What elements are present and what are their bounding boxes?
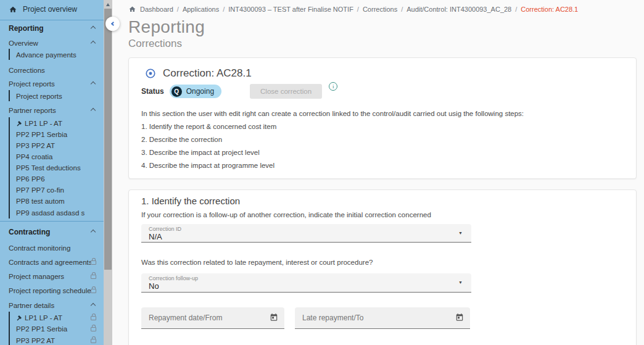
breadcrumb-item[interactable]: Corrections (363, 6, 397, 13)
sidebar-scrollbar[interactable] (104, 0, 112, 345)
field-value: N/A (149, 232, 162, 241)
sidebar-item-lp1[interactable]: LP1 LP - AT (16, 118, 99, 128)
sidebar-item-reporting-schedule[interactable]: Project reporting schedule (9, 286, 99, 296)
instructions-step: 2. Describe the correction (141, 136, 624, 143)
sidebar-item-details-lp1[interactable]: LP1 LP - AT (16, 313, 99, 323)
breadcrumb: Dashboard/ Applications/ INT4300093 – TE… (128, 6, 578, 13)
chevron-left-icon (111, 22, 115, 26)
status-row: Status Q Ongoing Close correction i (141, 84, 337, 99)
correction-status-card: Correction: AC28.1 Status Q Ongoing Clos… (128, 57, 637, 179)
page-subtitle: Corrections (128, 38, 182, 50)
lock-icon (91, 327, 96, 331)
breadcrumb-current: Correction: AC28.1 (521, 6, 578, 13)
lock-icon (91, 316, 96, 320)
close-correction-button[interactable]: Close correction (250, 84, 322, 99)
chevron-down-icon: ▼ (458, 231, 463, 235)
main-content: Dashboard/ Applications/ INT4300093 – TE… (112, 0, 644, 345)
sidebar-item-pp3[interactable]: PP3 PP2 AT (16, 141, 99, 151)
chevron-up-icon (91, 303, 96, 308)
sidebar: Project overview Reporting Overview Adva… (0, 0, 104, 345)
sidebar-item-project-managers[interactable]: Project managers (9, 272, 99, 281)
sidebar-item-project-reports[interactable]: Project reports (16, 91, 99, 101)
breadcrumb-item[interactable]: Dashboard (140, 6, 173, 13)
sidebar-item-partner-details-group[interactable]: Partner details (9, 301, 99, 310)
info-icon[interactable]: i (329, 82, 337, 91)
lock-icon (91, 289, 96, 293)
sidebar-item-overview[interactable]: Overview (9, 38, 99, 48)
input-placeholder: Late repayment/To (302, 314, 363, 322)
correction-id-select[interactable]: Correction ID N/A ▼ (141, 224, 471, 243)
sidebar-item-pp4[interactable]: PP4 croatia (16, 152, 99, 162)
scrollbar-up-icon[interactable] (104, 0, 112, 9)
divider (0, 221, 104, 222)
chevron-down-icon: ▼ (458, 280, 463, 285)
chevron-up-icon (91, 230, 96, 235)
status-badge: Q Ongoing (170, 85, 221, 98)
identify-correction-card: 1. Identify the correction If your corre… (128, 189, 637, 345)
instructions-step: 4. Describe the impact at programme leve… (141, 162, 624, 169)
status-value: Ongoing (186, 87, 214, 96)
sidebar-item-advance-payments[interactable]: Advance payments (16, 50, 99, 60)
instructions-intro: In this section the user with edit right… (141, 110, 624, 117)
chevron-up-icon (91, 26, 96, 31)
group-indicator-bar (9, 117, 10, 218)
group-indicator-bar (9, 90, 10, 101)
breadcrumb-item[interactable]: INT4300093 – TEST after Finalise NOTIF (228, 6, 353, 13)
sidebar-item-partner-reports-group[interactable]: Partner reports (9, 106, 99, 115)
divider (0, 20, 104, 20)
lock-icon (91, 260, 96, 265)
sidebar-item-pp5[interactable]: PP5 Test deductions (16, 163, 99, 173)
sidebar-home-label: Project overview (23, 5, 77, 14)
late-repayment-to-input[interactable]: Late repayment/To (295, 307, 470, 329)
sidebar-item-pp8[interactable]: PP8 test autom (16, 196, 99, 206)
breadcrumb-item[interactable]: Applications (183, 6, 219, 13)
sidebar-item-corrections[interactable]: Corrections (9, 65, 99, 75)
correction-title: Correction: AC28.1 (163, 67, 252, 80)
section-heading: 1. Identify the correction (141, 196, 240, 206)
group-indicator-bar (9, 49, 10, 60)
page-title: Reporting (128, 17, 205, 37)
scrollbar-thumb[interactable] (104, 9, 112, 270)
correction-instructions: In this section the user with edit right… (141, 110, 624, 175)
chevron-up-icon (91, 108, 96, 113)
question-text: Was this correction related to late repa… (141, 259, 373, 266)
section-helper-text: If your correction is a follow-up of ano… (141, 211, 431, 218)
input-placeholder: Repayment date/From (149, 314, 222, 322)
home-icon[interactable] (128, 6, 136, 13)
sidebar-section-contracting[interactable]: Contracting (9, 227, 99, 237)
sidebar-item-contract-monitoring[interactable]: Contract monitoring (9, 243, 99, 253)
calendar-icon[interactable] (270, 313, 278, 322)
sidebar-item-pp6[interactable]: PP6 PP6 (16, 174, 99, 184)
chevron-up-icon (91, 41, 96, 46)
sidebar-item-pp2[interactable]: PP2 PP1 Serbia (16, 130, 99, 139)
sidebar-section-reporting[interactable]: Reporting (9, 23, 99, 33)
field-label: Correction ID (149, 226, 181, 232)
chevron-up-icon (91, 81, 96, 86)
breadcrumb-item[interactable]: Audit/Control: INT4300093_AC_28 (407, 6, 511, 13)
sidebar-item-pp7[interactable]: PP7 PP7 co-fin (16, 185, 99, 195)
adjust-target-icon (145, 68, 156, 79)
sidebar-item-project-reports-group[interactable]: Project reports (9, 79, 99, 89)
status-icon: Q (171, 86, 182, 97)
field-value: No (149, 281, 159, 291)
repayment-date-from-input[interactable]: Repayment date/From (141, 307, 284, 329)
sidebar-item-details-pp2[interactable]: PP2 PP1 Serbia (16, 324, 99, 334)
instructions-step: 3. Describe the impact at project level (141, 149, 624, 156)
sidebar-collapse-button[interactable] (105, 17, 120, 31)
sidebar-item-details-pp3[interactable]: PP3 PP2 AT (16, 336, 99, 345)
correction-follow-up-select[interactable]: Correction follow-up No ▼ (141, 273, 471, 293)
gavel-icon (16, 315, 22, 321)
sidebar-item-contracts-agreements[interactable]: Contracts and agreements (9, 257, 99, 267)
group-indicator-bar (9, 312, 10, 345)
sidebar-item-pp9[interactable]: PP9 asdasd asdasd s (16, 208, 99, 218)
status-label: Status (141, 87, 164, 96)
gavel-icon (16, 120, 22, 127)
field-label: Correction follow-up (149, 275, 198, 281)
lock-icon (91, 275, 96, 279)
correction-card-header: Correction: AC28.1 (145, 67, 252, 80)
sidebar-item-project-overview[interactable]: Project overview (9, 5, 77, 14)
calendar-icon[interactable] (455, 313, 464, 322)
lock-icon (91, 339, 96, 343)
home-icon (9, 6, 17, 14)
instructions-step: 1. Identify the report & concerned cost … (141, 123, 624, 130)
